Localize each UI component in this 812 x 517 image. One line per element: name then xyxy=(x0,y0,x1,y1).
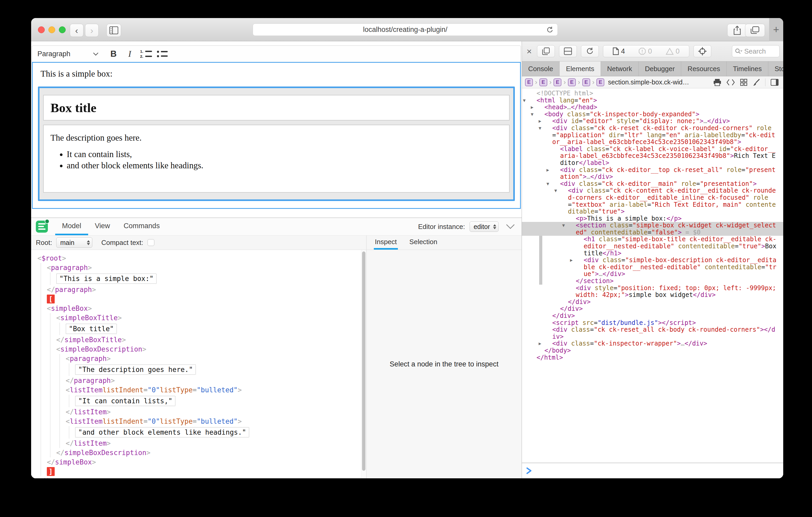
model-tree-line[interactable]: <paragraph> xyxy=(31,354,361,363)
model-tree-line[interactable]: </paragraph> xyxy=(31,285,361,294)
inspector-tab-commands[interactable]: Commands xyxy=(117,218,167,235)
dom-tree-line[interactable]: ▶<div id="editor" style="display: none;"… xyxy=(522,118,783,125)
disclosure-collapsed-icon[interactable]: ▶ xyxy=(553,166,560,174)
dom-tree-line[interactable]: <label class="ck ck-label ck-voice-label… xyxy=(522,146,783,166)
model-tree-line[interactable]: <simpleBoxTitle> xyxy=(31,313,361,323)
error-count[interactable]: 0 xyxy=(639,47,652,55)
model-tree-line[interactable]: "Box title" xyxy=(31,323,361,335)
simple-box-description-field[interactable]: The description goes here. It can contai… xyxy=(43,125,510,193)
new-tab-button[interactable]: + xyxy=(769,18,783,41)
dom-tree-line[interactable]: </html> xyxy=(522,354,783,361)
editor-editable-area[interactable]: This is a simple box: Box title The desc… xyxy=(32,62,521,209)
share-button[interactable] xyxy=(727,24,747,37)
devtools-dock-button[interactable] xyxy=(537,45,555,57)
dom-tree-line[interactable]: ▼<html lang="en"> xyxy=(522,97,783,104)
warning-count[interactable]: 0 xyxy=(666,47,679,55)
dom-tree-line[interactable]: ▼<section class="simple-box ck-widget ck… xyxy=(522,222,783,236)
dom-tree-line[interactable]: ▼<div class="ck ck-reset ck-editor ck-ro… xyxy=(522,125,783,146)
model-tree-line[interactable]: </simpleBoxDescription> xyxy=(31,448,361,457)
model-tree-line[interactable]: </listItem> xyxy=(31,407,361,417)
resource-count[interactable]: 4 xyxy=(613,47,625,55)
devtools-status-group[interactable]: 4 0 0 xyxy=(603,45,689,57)
element-picker-button[interactable] xyxy=(694,45,711,57)
forward-button[interactable]: › xyxy=(85,24,98,37)
disclosure-expanded-icon[interactable]: ▼ xyxy=(569,222,576,229)
close-window-button[interactable] xyxy=(38,26,45,33)
dom-tree-line[interactable]: </div> xyxy=(522,305,783,312)
reload-button[interactable] xyxy=(546,26,554,34)
model-text-node[interactable]: "and other block elements like headings.… xyxy=(75,427,249,437)
model-tree-scrollbar[interactable] xyxy=(361,250,366,478)
dom-tree-line[interactable]: ▶<div class="simple-box-description ck-e… xyxy=(522,257,783,278)
dom-tree-line[interactable]: <!DOCTYPE html> xyxy=(522,90,783,97)
editor-instance-select[interactable]: editor xyxy=(470,221,499,232)
disclosure-expanded-icon[interactable]: ▼ xyxy=(530,97,536,104)
model-tree-line[interactable]: <simpleBoxDescription> xyxy=(31,344,361,354)
zoom-window-button[interactable] xyxy=(59,26,66,33)
minimize-window-button[interactable] xyxy=(49,26,55,33)
quick-console[interactable] xyxy=(522,463,783,478)
dom-tree-line[interactable]: ▶<head>…</head> xyxy=(522,104,783,111)
model-tree-line[interactable]: "It can contain lists," xyxy=(31,395,361,407)
description-paragraph[interactable]: The description goes here. xyxy=(51,133,502,143)
dom-tree-line[interactable]: ▶<div class="ck ck-editor__top ck-reset_… xyxy=(522,166,783,180)
italic-button[interactable]: I xyxy=(122,47,138,61)
model-tree-line[interactable]: "This is a simple box:" xyxy=(31,272,361,285)
heading-dropdown[interactable]: Paragraph xyxy=(37,46,106,62)
dom-tree-line[interactable]: </section> xyxy=(522,278,783,285)
model-text-node[interactable]: "Box title" xyxy=(66,324,117,334)
disclosure-collapsed-icon[interactable]: ▶ xyxy=(545,118,552,125)
model-tree-line[interactable]: [ xyxy=(31,294,361,304)
panel-tab-selection[interactable]: Selection xyxy=(408,236,438,250)
devtools-tab-storage[interactable]: Storage xyxy=(768,61,783,76)
inspector-tab-view[interactable]: View xyxy=(88,218,117,235)
devtools-tab-timelines[interactable]: Timelines xyxy=(727,61,768,76)
breadcrumb-selected-node[interactable]: section.simple-box.ck-wid… xyxy=(608,79,689,86)
disclosure-collapsed-icon[interactable]: ▶ xyxy=(577,257,584,264)
model-tree-line[interactable]: </$root> xyxy=(31,476,361,478)
tab-overview-button[interactable] xyxy=(745,24,765,37)
scrollbar-thumb[interactable] xyxy=(362,251,366,471)
model-tree-line[interactable]: <listItem listIndent="0" listType="bulle… xyxy=(31,385,361,395)
devtools-tab-elements[interactable]: Elements xyxy=(559,61,601,76)
sidebar-toggle-button[interactable] xyxy=(107,24,121,37)
model-tree-line[interactable]: "The description goes here." xyxy=(31,363,361,376)
dom-tree-line[interactable]: <div style="position: fixed; top: 0px; l… xyxy=(522,285,783,299)
dom-tree-line[interactable]: </div> xyxy=(522,299,783,306)
model-tree-line[interactable]: <listItem listIndent="0" listType="bulle… xyxy=(31,417,361,426)
model-text-node[interactable]: "This is a simple box:" xyxy=(56,273,157,284)
dom-tree-line[interactable]: ▼<body class="ck-inspector-body-expanded… xyxy=(522,111,783,118)
inspector-tab-model[interactable]: Model xyxy=(55,218,88,235)
box-title-heading[interactable]: Box title xyxy=(51,100,96,115)
breadcrumb-element-badge[interactable]: E xyxy=(525,79,533,86)
bulleted-list-button[interactable] xyxy=(154,47,170,61)
description-list-item[interactable]: It can contain lists, xyxy=(67,150,502,159)
back-button[interactable]: ‹ xyxy=(70,24,83,37)
bold-button[interactable]: B xyxy=(106,47,122,61)
styles-brush-icon[interactable] xyxy=(753,79,760,86)
compact-text-checkbox[interactable] xyxy=(148,239,154,246)
devtools-search-field[interactable]: Search xyxy=(732,45,780,57)
devtools-close-button[interactable]: × xyxy=(526,46,533,57)
details-sidebar-icon[interactable] xyxy=(771,79,779,86)
model-tree-line[interactable]: <simpleBox> xyxy=(31,304,361,313)
breadcrumb-element-badge[interactable]: E xyxy=(582,79,590,86)
dom-tree-line[interactable]: <div class="ck ck-reset_all ck-body ck-r… xyxy=(522,326,783,340)
panel-tab-inspect[interactable]: Inspect xyxy=(374,236,398,250)
grid-layout-icon[interactable] xyxy=(740,79,747,86)
dom-tree-line[interactable]: ▶<div class="ck-inspector-wrapper">…</di… xyxy=(522,340,783,347)
disclosure-expanded-icon[interactable]: ▼ xyxy=(553,180,560,187)
breadcrumb-element-badge[interactable]: E xyxy=(540,79,547,86)
model-tree-line[interactable]: "and other block elements like headings.… xyxy=(31,426,361,438)
dom-tree-line[interactable]: </body> xyxy=(522,347,783,354)
disclosure-expanded-icon[interactable]: ▼ xyxy=(545,125,552,132)
dom-tree-line[interactable]: ▼<div class="ck ck-content ck-editor__ed… xyxy=(522,187,783,215)
description-list[interactable]: It can contain lists,and other block ele… xyxy=(51,150,502,171)
devtools-tab-console[interactable]: Console xyxy=(522,61,559,76)
devtools-tab-network[interactable]: Network xyxy=(601,61,639,76)
breadcrumb-element-badge[interactable]: E xyxy=(597,79,604,86)
model-tree-line[interactable]: </simpleBox> xyxy=(31,457,361,467)
disclosure-collapsed-icon[interactable]: ▶ xyxy=(545,340,552,347)
devtools-tab-debugger[interactable]: Debugger xyxy=(639,61,681,76)
dom-tree-line[interactable]: ▼<div class="ck ck-editor__main" role="p… xyxy=(522,180,783,187)
